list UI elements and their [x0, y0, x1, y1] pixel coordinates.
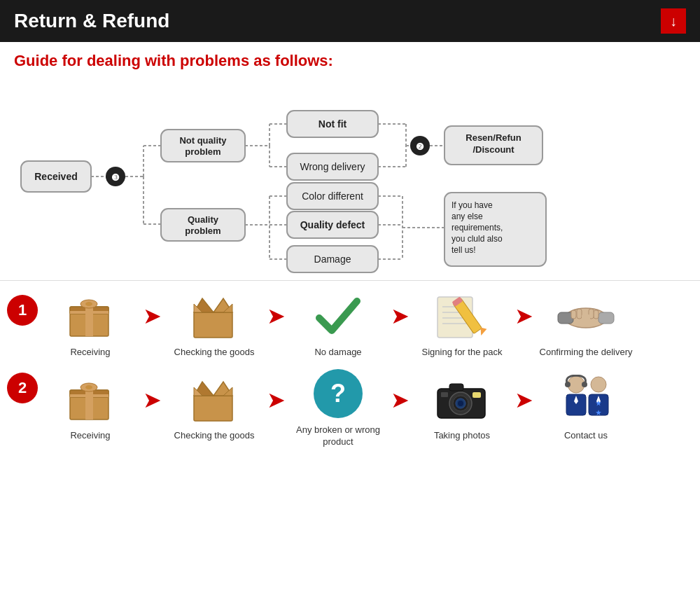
svg-text:problem: problem — [185, 226, 220, 236]
process-section: 1 Receiving ➤ — [0, 280, 700, 448]
svg-rect-64 — [194, 312, 232, 338]
svg-rect-61 — [70, 311, 108, 314]
label-checking-1: Checking the goods — [174, 347, 255, 359]
svg-rect-13 — [161, 209, 245, 241]
svg-rect-80 — [571, 310, 576, 319]
camera-icon — [430, 371, 493, 427]
label-receiving-2: Receiving — [70, 430, 110, 442]
step-number-1: 1 — [7, 295, 38, 326]
header: Return & Refund ↓ — [0, 0, 700, 42]
label-photos: Taking photos — [434, 430, 490, 442]
receiving-box-2-icon — [59, 371, 122, 427]
svg-rect-81 — [577, 309, 582, 319]
svg-point-109 — [591, 377, 606, 392]
arrow-1-1: ➤ — [143, 303, 162, 329]
process-steps-2: Receiving ➤ Checking the goods ➤ — [38, 366, 693, 448]
signing-icon — [430, 288, 493, 344]
svg-text:❸: ❸ — [111, 172, 120, 183]
svg-rect-79 — [598, 312, 614, 324]
svg-text:If you have: If you have — [451, 200, 493, 210]
guide-title: Guide for dealing with problems as follo… — [0, 42, 700, 77]
checking-box-icon — [183, 288, 246, 344]
process-item-receiving-2: Receiving — [38, 371, 143, 442]
process-steps-1: Receiving ➤ Checking the goods — [38, 288, 693, 359]
svg-rect-91 — [194, 396, 232, 421]
arrow-1-4: ➤ — [514, 303, 533, 329]
checkmark-icon — [307, 288, 370, 344]
svg-rect-9 — [161, 130, 245, 162]
process-item-photos: Taking photos — [410, 371, 514, 442]
label-receiving-1: Receiving — [70, 347, 110, 359]
svg-text:Not fit: Not fit — [318, 118, 347, 130]
label-confirming: Confirming the delivery — [540, 347, 633, 359]
svg-point-107 — [565, 382, 570, 387]
svg-text:problem: problem — [185, 146, 220, 157]
svg-text:requirements,: requirements, — [451, 223, 503, 233]
step-number-2: 2 — [7, 373, 38, 403]
question-mark-icon: ? — [307, 366, 370, 422]
svg-text:any else: any else — [451, 212, 483, 221]
arrow-2-3: ➤ — [391, 387, 410, 413]
checking-box-2-icon — [183, 371, 246, 427]
svg-rect-102 — [472, 392, 481, 398]
svg-text:Quality: Quality — [188, 214, 219, 225]
flowchart-area: Received ❸ Not quality problem Quality p… — [0, 77, 700, 280]
label-contact: Contact us — [564, 430, 608, 442]
question-circle: ? — [314, 369, 363, 418]
svg-point-90 — [85, 385, 92, 389]
svg-rect-82 — [594, 310, 598, 319]
svg-rect-88 — [70, 394, 108, 397]
svg-text:tell us!: tell us! — [451, 245, 476, 255]
process-row-2: 2 Receiving ➤ — [7, 366, 693, 448]
process-item-checking-2: Checking the goods — [162, 371, 267, 442]
svg-text:Resen/Refun: Resen/Refun — [465, 132, 522, 143]
svg-text:/Discount: /Discount — [472, 144, 514, 155]
svg-point-63 — [85, 302, 92, 306]
process-item-broken: ? Any broken or wrong product — [286, 366, 391, 448]
label-nodamage: No damage — [314, 347, 361, 359]
arrow-1-3: ➤ — [391, 303, 410, 329]
svg-text:you cluld also: you cluld also — [451, 234, 503, 244]
process-item-signing: Signing for the pack — [410, 288, 514, 359]
arrow-2-4: ➤ — [514, 387, 533, 413]
arrow-2-2: ➤ — [267, 387, 286, 413]
label-checking-2: Checking the goods — [174, 430, 255, 442]
label-broken: Any broken or wrong product — [286, 424, 391, 448]
process-item-receiving-1: Receiving — [38, 288, 143, 359]
flowchart-svg: Received ❸ Not quality problem Quality p… — [14, 84, 686, 280]
svg-rect-103 — [441, 392, 448, 397]
process-item-checking-1: Checking the goods — [162, 288, 267, 359]
process-item-contact: Contact us — [533, 371, 638, 442]
arrow-2-1: ➤ — [143, 387, 162, 413]
svg-point-108 — [582, 382, 587, 387]
receiving-box-icon — [59, 288, 122, 344]
svg-text:Damage: Damage — [314, 254, 351, 265]
page-title: Return & Refund — [14, 10, 169, 32]
process-row-1: 1 Receiving ➤ — [7, 288, 693, 359]
process-item-nodamage: No damage — [286, 288, 391, 359]
svg-text:❷: ❷ — [416, 141, 424, 152]
svg-text:Wrong delivery: Wrong delivery — [300, 161, 365, 172]
label-signing: Signing for the pack — [422, 347, 503, 359]
svg-rect-101 — [449, 384, 463, 391]
svg-text:Quality defect: Quality defect — [300, 219, 365, 230]
svg-text:Received: Received — [34, 171, 77, 182]
svg-rect-84 — [582, 314, 590, 321]
down-arrow-icon: ↓ — [661, 8, 686, 34]
contact-person-icon — [554, 371, 617, 427]
arrow-1-2: ➤ — [267, 303, 286, 329]
process-item-confirming: Confirming the delivery — [533, 288, 638, 359]
handshake-icon — [554, 288, 617, 344]
svg-text:Not quality: Not quality — [179, 135, 227, 146]
svg-point-100 — [458, 401, 463, 406]
svg-text:Color different: Color different — [302, 190, 363, 202]
